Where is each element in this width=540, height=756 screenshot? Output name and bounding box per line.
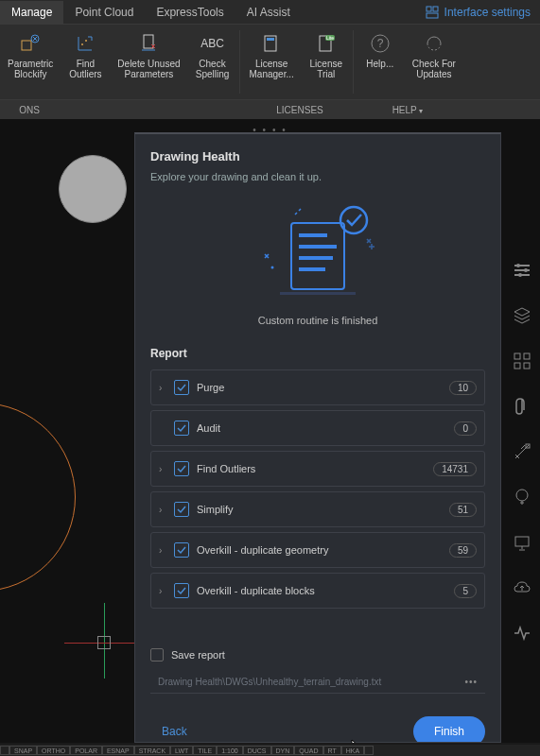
sidetool-activity-icon[interactable] (513, 624, 531, 646)
tab-manage[interactable]: Manage (0, 1, 63, 24)
svg-rect-9 (267, 38, 274, 41)
svg-rect-3 (22, 41, 31, 50)
report-row-simplify[interactable]: ›Simplify51 (150, 491, 485, 527)
ribbon-help[interactable]: ? Help... (356, 25, 405, 99)
svg-rect-26 (280, 292, 356, 295)
group-ons: ONS (0, 102, 59, 118)
report-checkbox[interactable] (174, 380, 189, 395)
report-item-name: Find Outliers (197, 463, 433, 474)
panel-title: Drawing Health (150, 149, 485, 163)
report-checkbox[interactable] (174, 583, 189, 598)
interface-settings-link[interactable]: Interface settings (416, 6, 540, 19)
save-report-label: Save report (171, 649, 225, 661)
report-item-name: Simplify (197, 504, 449, 515)
ribbon-license-trial[interactable]: Lite License Trial (302, 25, 351, 99)
sidetool-layers-icon[interactable] (513, 306, 531, 329)
status-seg[interactable]: STRACK (134, 746, 170, 755)
report-checkbox[interactable] (174, 461, 189, 476)
right-side-toolbar (504, 242, 540, 646)
status-seg[interactable]: HKA (341, 746, 364, 755)
status-seg[interactable]: POLAR (70, 746, 102, 755)
chevron-right-icon: › (159, 505, 172, 515)
save-report-row[interactable]: Save report (150, 648, 485, 662)
ribbon-check-spelling[interactable]: ABC Check Spelling (188, 25, 237, 99)
svg-point-38 (516, 490, 528, 501)
status-seg[interactable] (364, 746, 374, 755)
ribbon-find-outliers[interactable]: Find Outliers (61, 25, 110, 99)
report-row-find-outliers[interactable]: ›Find Outliers14731 (150, 451, 485, 487)
status-seg[interactable]: TILE (193, 746, 217, 755)
status-seg[interactable]: LWT (170, 746, 193, 755)
svg-rect-17 (299, 245, 337, 249)
ribbon-group-labels: ONS LICENSES HELP ▾ (0, 100, 540, 119)
ribbon-parametric-blockify[interactable]: Parametric Blockify (0, 25, 61, 99)
svg-text:Lite: Lite (326, 35, 334, 41)
panel-subtitle: Explore your drawing and clean it up. (150, 171, 485, 182)
report-row-purge[interactable]: ›Purge10 (150, 369, 485, 405)
tab-expresstools[interactable]: ExpressTools (145, 1, 235, 24)
report-row-audit[interactable]: Audit0 (150, 410, 485, 446)
status-seg[interactable]: DYN (271, 746, 295, 755)
status-seg[interactable]: SNAP (9, 746, 37, 755)
report-item-name: Purge (197, 382, 449, 393)
svg-point-32 (518, 273, 522, 277)
sidetool-attach-icon[interactable] (513, 397, 531, 420)
svg-rect-7 (144, 35, 153, 48)
back-button[interactable]: Back (150, 717, 199, 743)
find-outliers-icon (75, 30, 96, 57)
report-item-count: 0 (454, 421, 477, 436)
status-seg[interactable]: 1:100 (217, 746, 243, 755)
status-seg[interactable]: RT (323, 746, 341, 755)
report-item-count: 5 (454, 584, 477, 598)
ribbon-delete-unused[interactable]: Delete Unused Parameters (110, 25, 187, 99)
status-seg[interactable]: ESNAP (102, 746, 134, 755)
check-spelling-icon: ABC (200, 30, 224, 57)
sidetool-balloon-icon[interactable] (513, 488, 531, 510)
svg-rect-34 (524, 353, 530, 359)
chevron-right-icon: › (159, 586, 172, 596)
finish-button[interactable]: Finish (413, 716, 485, 743)
status-seg[interactable]: DUCS (243, 746, 271, 755)
save-report-checkbox[interactable] (150, 648, 164, 662)
sidetool-measure-icon[interactable] (513, 442, 531, 465)
report-checkbox[interactable] (174, 542, 189, 558)
svg-point-25 (271, 266, 274, 269)
cursor-pickbox (97, 636, 111, 649)
panel-status: Custom routine is finished (150, 315, 485, 326)
browse-path-button[interactable]: ••• (464, 677, 478, 687)
tab-ai-assist[interactable]: AI Assist (235, 1, 302, 24)
ribbon-license-manager[interactable]: License Manager... (242, 25, 302, 99)
sidetool-present-icon[interactable] (513, 533, 531, 556)
status-seg[interactable]: QUAD (294, 746, 322, 755)
drawing-canvas[interactable]: • • • • Drawing Health Explore your draw… (0, 119, 540, 743)
report-checkbox[interactable] (174, 502, 189, 517)
parametric-blockify-icon (20, 30, 41, 57)
status-seg[interactable]: ORTHO (37, 746, 70, 755)
report-row-overkill-duplicate-blocks[interactable]: ›Overkill - duplicate blocks5 (150, 573, 485, 609)
svg-point-20 (340, 207, 367, 233)
chevron-right-icon: › (159, 383, 172, 393)
svg-point-6 (85, 40, 87, 42)
license-trial-icon: Lite (316, 30, 337, 57)
delete-unused-icon (138, 30, 159, 57)
chevron-right-icon: › (159, 464, 172, 474)
tab-point-cloud[interactable]: Point Cloud (63, 1, 145, 24)
report-path: Drawing Health\DWGs\Unhealthy_terrain_dr… (158, 677, 457, 687)
ribbon-check-updates[interactable]: Check For Updates (405, 25, 463, 99)
group-licenses: LICENSES (244, 102, 356, 118)
report-item-count: 59 (449, 543, 477, 558)
status-seg[interactable] (0, 746, 9, 755)
license-manager-icon (261, 30, 282, 57)
sidetool-settings-icon[interactable] (513, 261, 531, 284)
report-row-overkill-duplicate-geometry[interactable]: ›Overkill - duplicate geometry59 (150, 532, 485, 568)
canvas-circle-entity (59, 155, 127, 223)
svg-rect-35 (514, 363, 520, 369)
settings-grid-icon (426, 6, 439, 19)
group-help: HELP ▾ (356, 102, 460, 118)
sidetool-grid-icon[interactable] (513, 352, 531, 374)
report-checkbox[interactable] (174, 421, 189, 436)
svg-rect-18 (299, 256, 333, 260)
svg-rect-16 (299, 233, 327, 237)
sidetool-cloud-icon[interactable] (513, 578, 531, 601)
check-updates-icon (424, 30, 444, 57)
